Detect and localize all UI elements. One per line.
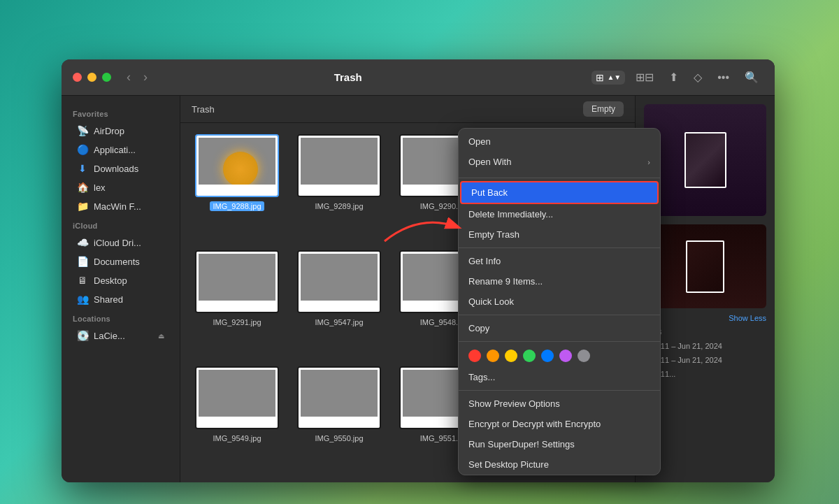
tag-gray[interactable] [578,350,590,362]
tag-blue[interactable] [541,350,554,362]
traffic-lights [73,73,111,82]
sidebar-item-applications[interactable]: 🔵 Applicati... [66,141,175,159]
menu-item-show-preview-options[interactable]: Show Preview Options [459,394,660,414]
menu-item-tags[interactable]: Tags... [459,367,660,387]
home-icon: 🏠 [77,182,88,193]
tag-purple[interactable] [559,350,572,362]
desktop-icon: 🖥 [77,275,88,286]
date-range-1: May 11 – Jun 21, 2024 [644,342,766,350]
finder-window: ‹ › Trash ⊞ ▲▼ ⊞⊟ ⬆ ◇ ••• 🔍 [62,59,775,482]
file-item[interactable]: IMG_9291.jpg [192,250,282,355]
fullscreen-button[interactable] [102,73,111,82]
menu-divider [459,341,660,342]
nav-buttons: ‹ › [122,67,152,87]
photo-preview [196,368,278,428]
more-button[interactable]: ••• [712,68,734,87]
menu-item-set-desktop[interactable]: Set Desktop Picture [459,454,660,475]
sidebar-item-airdrop[interactable]: 📡 AirDrop [66,122,175,140]
close-button[interactable] [73,73,82,82]
menu-item-get-info[interactable]: Get Info [459,251,660,271]
tag-icon: ◇ [694,71,702,83]
menu-item-rename[interactable]: Rename 9 Items... [459,271,660,291]
back-button[interactable]: ‹ [122,67,135,87]
file-thumbnail [195,134,279,197]
color-tags [459,345,660,367]
window-title: Trash [160,71,536,83]
sidebar-macwin-label: MacWin F... [94,201,141,212]
file-name: IMG_9289.jpg [312,201,366,211]
drive-icon: 💽 [77,330,88,341]
menu-item-open[interactable]: Open [459,131,660,152]
file-item[interactable]: IMG_9547.jpg [294,250,385,355]
minimize-button[interactable] [87,73,96,82]
sidebar-icloud-title: iCloud [62,216,180,233]
applications-icon: 🔵 [77,144,88,155]
menu-item-copy[interactable]: Copy [459,318,660,338]
tag-orange[interactable] [487,350,499,362]
tag-red[interactable] [468,350,481,362]
sidebar-shared-label: Shared [94,294,123,305]
sidebar-downloads-label: Downloads [94,164,138,174]
sidebar-icloud-label: iCloud Dri... [94,238,141,248]
eject-icon[interactable]: ⏏ [158,332,164,340]
chevron-right-icon: › [647,158,650,166]
menu-item-put-back[interactable]: Put Back [460,181,659,204]
photo-preview [299,252,380,312]
folder-icon: 📁 [77,201,88,212]
sidebar-item-macwin[interactable]: 📁 MacWin F... [66,197,175,215]
show-less-button[interactable]: Show Less [644,314,766,322]
tag-green[interactable] [523,350,536,362]
icon-grid: ⊞ [596,72,604,83]
file-item[interactable]: IMG_9549.jpg [192,366,282,471]
preview-photo-large [644,104,766,216]
photo-preview [299,368,380,428]
file-thumbnail [195,366,279,429]
sidebar-item-desktop[interactable]: 🖥 Desktop [66,271,175,289]
menu-divider [459,247,660,248]
file-item[interactable]: IMG_9550.jpg [294,366,385,471]
menu-encrypt-label: Encrypt or Decrypt with Encrypto [468,419,601,429]
file-name: IMG_9291.jpg [210,317,264,327]
sidebar-item-icloud-drive[interactable]: ☁️ iCloud Dri... [66,233,175,252]
file-item[interactable]: IMG_9289.jpg [294,134,385,239]
sidebar-locations-title: Locations [62,309,180,326]
group-view-button[interactable]: ⊞⊟ [631,67,659,87]
context-menu: Open Open With › Put Back Delete Immedia… [458,128,661,475]
title-bar: ‹ › Trash ⊞ ▲▼ ⊞⊟ ⬆ ◇ ••• 🔍 [62,59,775,96]
grid-icon: ⊞⊟ [636,71,654,83]
share-button[interactable]: ⬆ [664,67,683,87]
tag-yellow[interactable] [505,350,517,362]
search-button[interactable]: 🔍 [740,67,763,87]
forward-button[interactable]: › [139,67,152,87]
menu-tags-label: Tags... [468,372,495,382]
sidebar-item-downloads[interactable]: ⬇ Downloads [66,159,175,178]
sidebar-item-shared[interactable]: 👥 Shared [66,290,175,308]
menu-open-label: Open [468,136,491,147]
sidebar-lacie-label: LaCie... [94,331,125,341]
menu-delete-label: Delete Immediately... [468,209,553,219]
file-item[interactable]: IMG_9288.jpg [192,134,282,239]
document-icon: 📄 [77,256,88,267]
sidebar-item-lacie[interactable]: 💽 LaCie... ⏏ [66,326,175,345]
menu-item-delete-immediately[interactable]: Delete Immediately... [459,204,660,224]
menu-item-empty-trash[interactable]: Empty Trash [459,224,660,245]
cloud-icon: ☁️ [77,237,88,248]
file-name: IMG_9549.jpg [210,433,264,443]
menu-empty-trash-label: Empty Trash [468,229,519,240]
view-toggle[interactable]: ⊞ ▲▼ [591,71,625,85]
sidebar-item-documents[interactable]: 📄 Documents [66,252,175,271]
menu-item-encrypt[interactable]: Encrypt or Decrypt with Encrypto [459,414,660,434]
menu-get-info-label: Get Info [468,256,501,266]
airdrop-icon: 📡 [77,125,88,136]
empty-button[interactable]: Empty [583,101,624,117]
menu-item-quick-look[interactable]: Quick Look [459,291,660,312]
menu-item-open-with[interactable]: Open With › [459,152,660,172]
tag-button[interactable]: ◇ [689,67,707,87]
sidebar: Favorites 📡 AirDrop 🔵 Applicati... ⬇ Dow… [62,96,180,482]
menu-rename-label: Rename 9 Items... [468,276,543,287]
menu-quick-look-label: Quick Look [468,296,514,307]
file-thumbnail [195,250,279,313]
sidebar-item-lex[interactable]: 🏠 lex [66,178,175,196]
ellipsis-icon: ••• [717,71,729,83]
menu-item-superduper[interactable]: Run SuperDuper! Settings [459,434,660,454]
